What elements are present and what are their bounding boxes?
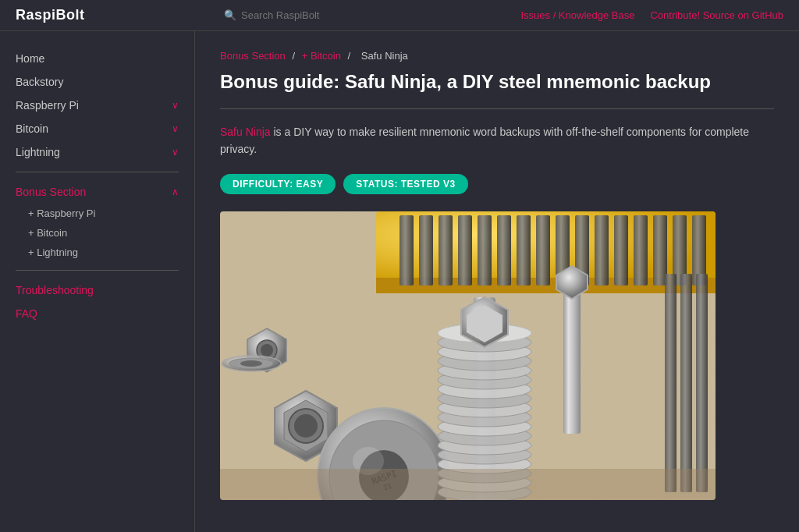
svg-point-28 bbox=[294, 414, 318, 438]
intro-paragraph: Safu Ninja is a DIY way to make resilien… bbox=[220, 123, 774, 158]
svg-rect-23 bbox=[680, 274, 692, 492]
svg-rect-18 bbox=[634, 215, 648, 286]
sidebar-item-lightning[interactable]: Lightning ∨ bbox=[0, 140, 194, 164]
sidebar-item-home[interactable]: Home bbox=[0, 47, 194, 70]
svg-rect-6 bbox=[400, 215, 414, 286]
hero-image-svg: RASPI 21 bbox=[220, 211, 716, 500]
chevron-down-icon: ∨ bbox=[172, 147, 179, 158]
nav-links: Issues / Knowledge Base Contribute! Sour… bbox=[520, 9, 783, 21]
svg-rect-66 bbox=[220, 469, 716, 500]
top-navigation: RaspiBolt 🔍 Issues / Knowledge Base Cont… bbox=[0, 0, 799, 31]
badges-container: DIFFICULTY: EASY STATUS: TESTED V3 bbox=[220, 174, 774, 194]
main-content: Bonus Section / + Bitcoin / Safu Ninja B… bbox=[195, 31, 799, 532]
sidebar-item-bitcoin[interactable]: Bitcoin ∨ bbox=[0, 117, 194, 140]
svg-rect-61 bbox=[563, 278, 581, 434]
sidebar-bonus-section[interactable]: Bonus Section ∧ bbox=[0, 180, 194, 204]
sidebar-item-backstory[interactable]: Backstory bbox=[0, 70, 194, 94]
svg-rect-7 bbox=[419, 215, 433, 286]
svg-rect-22 bbox=[665, 274, 676, 492]
breadcrumb-section[interactable]: Bonus Section bbox=[220, 50, 286, 62]
github-link[interactable]: Contribute! Source on GitHub bbox=[650, 9, 783, 21]
svg-rect-9 bbox=[458, 215, 472, 286]
svg-rect-8 bbox=[439, 215, 453, 286]
search-input[interactable] bbox=[241, 9, 382, 21]
sidebar: Home Backstory Raspberry Pi ∨ Bitcoin ∨ … bbox=[0, 31, 195, 532]
sidebar-troubleshooting[interactable]: Troubleshooting bbox=[0, 278, 194, 302]
sidebar-divider bbox=[16, 172, 179, 172]
safu-ninja-link[interactable]: Safu Ninja bbox=[220, 126, 271, 138]
chevron-down-icon: ∨ bbox=[172, 123, 179, 134]
chevron-up-icon: ∧ bbox=[172, 186, 179, 197]
sidebar-item-raspberry-pi[interactable]: Raspberry Pi ∨ bbox=[0, 94, 194, 117]
hero-image: RASPI 21 bbox=[220, 211, 716, 500]
breadcrumb-current: Safu Ninja bbox=[361, 50, 408, 62]
breadcrumb-parent[interactable]: + Bitcoin bbox=[302, 50, 341, 62]
status-badge: STATUS: TESTED V3 bbox=[343, 174, 467, 194]
svg-rect-17 bbox=[614, 215, 628, 286]
content-divider bbox=[220, 108, 774, 109]
svg-rect-11 bbox=[497, 215, 511, 286]
sidebar-sub-bitcoin[interactable]: + Bitcoin bbox=[0, 223, 194, 243]
site-logo: RaspiBolt bbox=[16, 7, 85, 23]
svg-rect-24 bbox=[696, 274, 708, 492]
page-title: Bonus guide: Safu Ninja, a DIY steel mne… bbox=[220, 71, 774, 93]
svg-rect-12 bbox=[517, 215, 531, 286]
sidebar-faq[interactable]: FAQ bbox=[0, 302, 194, 325]
search-container[interactable]: 🔍 bbox=[224, 9, 382, 21]
issues-link[interactable]: Issues / Knowledge Base bbox=[520, 9, 634, 21]
intro-text-body: is a DIY way to make resilient mnemonic … bbox=[220, 126, 749, 155]
svg-rect-13 bbox=[536, 215, 550, 286]
svg-point-31 bbox=[261, 344, 273, 356]
search-icon: 🔍 bbox=[224, 9, 236, 21]
sidebar-sub-raspberry-pi[interactable]: + Raspberry Pi bbox=[0, 204, 194, 223]
chevron-down-icon: ∨ bbox=[172, 100, 179, 111]
sidebar-sub-lightning[interactable]: + Lightning bbox=[0, 243, 194, 262]
difficulty-badge: DIFFICULTY: EASY bbox=[220, 174, 336, 194]
main-layout: Home Backstory Raspberry Pi ∨ Bitcoin ∨ … bbox=[0, 31, 799, 532]
breadcrumb: Bonus Section / + Bitcoin / Safu Ninja bbox=[220, 50, 774, 62]
svg-point-65 bbox=[240, 360, 262, 367]
sidebar-divider-2 bbox=[16, 270, 179, 271]
svg-rect-16 bbox=[595, 215, 609, 286]
svg-rect-10 bbox=[478, 215, 492, 286]
